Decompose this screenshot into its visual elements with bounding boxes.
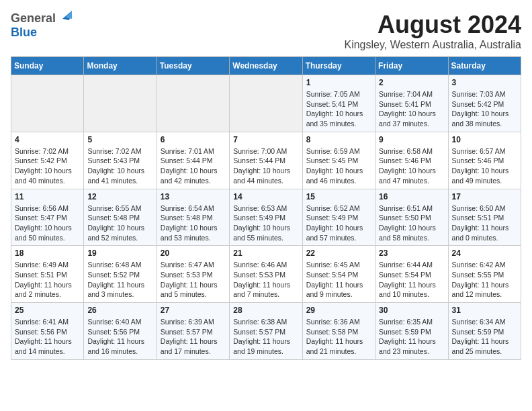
day-number: 2 (379, 78, 444, 87)
day-header-wednesday: Wednesday (230, 57, 302, 75)
calendar-cell: 19Sunrise: 6:48 AMSunset: 5:52 PMDayligh… (84, 246, 157, 303)
calendar-cell (11, 75, 84, 132)
day-number: 28 (233, 306, 298, 315)
day-info: Sunrise: 6:54 AMSunset: 5:48 PMDaylight:… (161, 203, 226, 243)
day-info: Sunrise: 7:01 AMSunset: 5:44 PMDaylight:… (161, 146, 226, 186)
calendar-cell: 7Sunrise: 7:00 AMSunset: 5:44 PMDaylight… (230, 132, 302, 189)
calendar-cell: 22Sunrise: 6:45 AMSunset: 5:54 PMDayligh… (302, 246, 375, 303)
day-number: 13 (161, 192, 226, 201)
calendar-cell (84, 75, 157, 132)
day-number: 7 (233, 135, 298, 144)
day-info: Sunrise: 6:41 AMSunset: 5:56 PMDaylight:… (15, 317, 80, 357)
day-number: 20 (161, 248, 226, 258)
calendar-cell: 28Sunrise: 6:38 AMSunset: 5:57 PMDayligh… (230, 303, 302, 360)
calendar-cell: 6Sunrise: 7:01 AMSunset: 5:44 PMDaylight… (157, 132, 229, 189)
calendar-table: SundayMondayTuesdayWednesdayThursdayFrid… (11, 56, 521, 360)
day-number: 21 (233, 248, 298, 258)
day-info: Sunrise: 6:52 AMSunset: 5:49 PMDaylight:… (306, 203, 371, 243)
calendar-cell: 16Sunrise: 6:51 AMSunset: 5:50 PMDayligh… (375, 189, 448, 246)
day-number: 18 (15, 248, 80, 258)
day-info: Sunrise: 6:51 AMSunset: 5:50 PMDaylight:… (379, 203, 444, 243)
day-number: 1 (306, 78, 371, 87)
day-info: Sunrise: 7:03 AMSunset: 5:42 PMDaylight:… (452, 89, 517, 129)
title-block: August 2024 Kingsley, Western Australia,… (344, 11, 521, 51)
day-info: Sunrise: 6:48 AMSunset: 5:52 PMDaylight:… (87, 260, 152, 300)
day-info: Sunrise: 6:49 AMSunset: 5:51 PMDaylight:… (15, 260, 80, 300)
day-info: Sunrise: 7:04 AMSunset: 5:41 PMDaylight:… (379, 89, 444, 129)
page-header: General Blue August 2024 Kingsley, Weste… (11, 11, 521, 51)
calendar-week-row: 18Sunrise: 6:49 AMSunset: 5:51 PMDayligh… (11, 246, 521, 303)
day-info: Sunrise: 6:39 AMSunset: 5:57 PMDaylight:… (161, 317, 226, 357)
calendar-cell: 30Sunrise: 6:35 AMSunset: 5:59 PMDayligh… (375, 303, 448, 360)
calendar-cell: 31Sunrise: 6:34 AMSunset: 5:59 PMDayligh… (448, 303, 521, 360)
day-info: Sunrise: 6:55 AMSunset: 5:48 PMDaylight:… (87, 203, 152, 243)
day-info: Sunrise: 6:44 AMSunset: 5:54 PMDaylight:… (379, 260, 444, 300)
calendar-cell: 1Sunrise: 7:05 AMSunset: 5:41 PMDaylight… (302, 75, 375, 132)
day-number: 31 (452, 306, 517, 315)
calendar-cell: 4Sunrise: 7:02 AMSunset: 5:42 PMDaylight… (11, 132, 84, 189)
location-subtitle: Kingsley, Western Australia, Australia (344, 39, 521, 51)
calendar-cell: 3Sunrise: 7:03 AMSunset: 5:42 PMDaylight… (448, 75, 521, 132)
calendar-week-row: 11Sunrise: 6:56 AMSunset: 5:47 PMDayligh… (11, 189, 521, 246)
day-number: 4 (15, 135, 80, 144)
day-number: 16 (379, 192, 444, 201)
calendar-cell: 9Sunrise: 6:58 AMSunset: 5:46 PMDaylight… (375, 132, 448, 189)
day-header-tuesday: Tuesday (157, 57, 229, 75)
day-number: 6 (161, 135, 226, 144)
day-number: 30 (379, 306, 444, 315)
day-info: Sunrise: 6:56 AMSunset: 5:47 PMDaylight:… (15, 203, 80, 243)
day-info: Sunrise: 7:00 AMSunset: 5:44 PMDaylight:… (233, 146, 298, 186)
calendar-cell: 12Sunrise: 6:55 AMSunset: 5:48 PMDayligh… (84, 189, 157, 246)
day-number: 10 (452, 135, 517, 144)
calendar-cell: 29Sunrise: 6:36 AMSunset: 5:58 PMDayligh… (302, 303, 375, 360)
day-info: Sunrise: 6:35 AMSunset: 5:59 PMDaylight:… (379, 317, 444, 357)
calendar-cell: 21Sunrise: 6:46 AMSunset: 5:53 PMDayligh… (230, 246, 302, 303)
day-info: Sunrise: 6:47 AMSunset: 5:53 PMDaylight:… (161, 260, 226, 300)
calendar-cell: 11Sunrise: 6:56 AMSunset: 5:47 PMDayligh… (11, 189, 84, 246)
calendar-week-row: 25Sunrise: 6:41 AMSunset: 5:56 PMDayligh… (11, 303, 521, 360)
day-info: Sunrise: 6:42 AMSunset: 5:55 PMDaylight:… (452, 260, 517, 300)
day-number: 12 (87, 192, 152, 201)
calendar-cell: 8Sunrise: 6:59 AMSunset: 5:45 PMDaylight… (302, 132, 375, 189)
logo-general-text: General (11, 12, 56, 26)
day-info: Sunrise: 6:34 AMSunset: 5:59 PMDaylight:… (452, 317, 517, 357)
month-year-title: August 2024 (344, 11, 521, 39)
day-number: 11 (15, 192, 80, 201)
calendar-cell: 15Sunrise: 6:52 AMSunset: 5:49 PMDayligh… (302, 189, 375, 246)
day-info: Sunrise: 6:45 AMSunset: 5:54 PMDaylight:… (306, 260, 371, 300)
calendar-cell: 18Sunrise: 6:49 AMSunset: 5:51 PMDayligh… (11, 246, 84, 303)
calendar-cell: 25Sunrise: 6:41 AMSunset: 5:56 PMDayligh… (11, 303, 84, 360)
logo-blue-text: Blue (11, 26, 37, 40)
day-info: Sunrise: 6:59 AMSunset: 5:45 PMDaylight:… (306, 146, 371, 186)
day-number: 22 (306, 248, 371, 258)
calendar-cell: 5Sunrise: 7:02 AMSunset: 5:43 PMDaylight… (84, 132, 157, 189)
day-number: 9 (379, 135, 444, 144)
calendar-week-row: 4Sunrise: 7:02 AMSunset: 5:42 PMDaylight… (11, 132, 521, 189)
calendar-cell: 2Sunrise: 7:04 AMSunset: 5:41 PMDaylight… (375, 75, 448, 132)
day-number: 5 (87, 135, 152, 144)
calendar-cell: 14Sunrise: 6:53 AMSunset: 5:49 PMDayligh… (230, 189, 302, 246)
calendar-cell (230, 75, 302, 132)
day-info: Sunrise: 6:50 AMSunset: 5:51 PMDaylight:… (452, 203, 517, 243)
day-number: 15 (306, 192, 371, 201)
calendar-cell: 10Sunrise: 6:57 AMSunset: 5:46 PMDayligh… (448, 132, 521, 189)
day-number: 8 (306, 135, 371, 144)
calendar-cell: 20Sunrise: 6:47 AMSunset: 5:53 PMDayligh… (157, 246, 229, 303)
calendar-week-row: 1Sunrise: 7:05 AMSunset: 5:41 PMDaylight… (11, 75, 521, 132)
day-info: Sunrise: 6:36 AMSunset: 5:58 PMDaylight:… (306, 317, 371, 357)
logo-bird-icon (57, 11, 72, 23)
day-info: Sunrise: 7:05 AMSunset: 5:41 PMDaylight:… (306, 89, 371, 129)
day-info: Sunrise: 6:53 AMSunset: 5:49 PMDaylight:… (233, 203, 298, 243)
day-number: 17 (452, 192, 517, 201)
calendar-cell: 23Sunrise: 6:44 AMSunset: 5:54 PMDayligh… (375, 246, 448, 303)
day-header-thursday: Thursday (302, 57, 375, 75)
day-info: Sunrise: 6:38 AMSunset: 5:57 PMDaylight:… (233, 317, 298, 357)
day-info: Sunrise: 7:02 AMSunset: 5:42 PMDaylight:… (15, 146, 80, 186)
day-number: 27 (161, 306, 226, 315)
calendar-cell: 24Sunrise: 6:42 AMSunset: 5:55 PMDayligh… (448, 246, 521, 303)
day-info: Sunrise: 6:40 AMSunset: 5:56 PMDaylight:… (87, 317, 152, 357)
day-header-friday: Friday (375, 57, 448, 75)
day-number: 23 (379, 248, 444, 258)
day-number: 19 (87, 248, 152, 258)
day-info: Sunrise: 7:02 AMSunset: 5:43 PMDaylight:… (87, 146, 152, 186)
